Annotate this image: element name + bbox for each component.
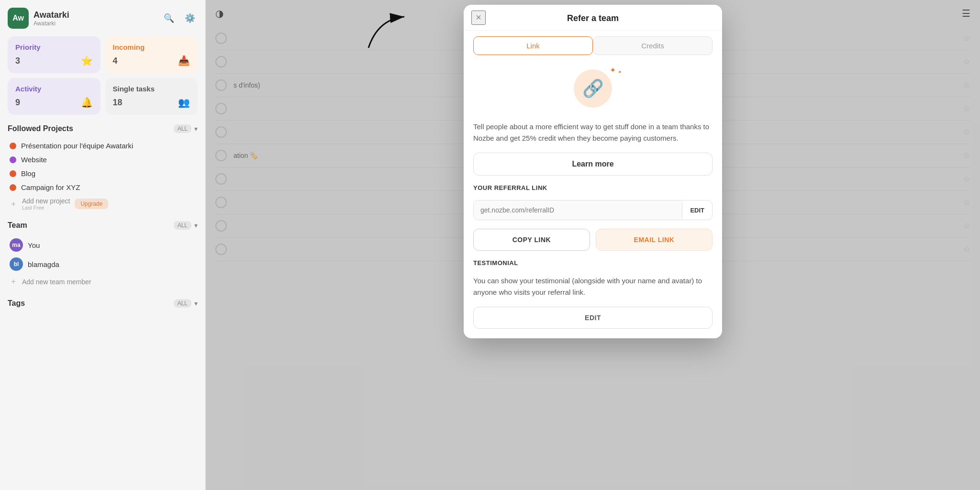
team-header: Team ALL ▾ [8, 221, 198, 230]
followed-all-badge[interactable]: ALL [174, 124, 191, 133]
priority-count: 3 [15, 56, 20, 66]
priority-card[interactable]: Priority 3 ⭐ [8, 36, 100, 73]
link-circle: 🔗 ✦ ✦ [574, 69, 612, 108]
referral-icon-area: 🔗 ✦ ✦ [473, 65, 713, 112]
project-dot [10, 156, 16, 163]
modal-header: × Refer a team [464, 5, 722, 31]
add-project-item[interactable]: ＋ Add new project Last Free Upgrade [8, 196, 198, 212]
testimonial-description: You can show your testimonial (alongside… [473, 275, 713, 298]
team-member-blamagda-name: blamagda [28, 260, 59, 268]
logo-icon: Aw [8, 8, 29, 29]
sidebar-header: Aw Awatarki Awatarki 🔍 ⚙️ [8, 8, 198, 29]
tab-credits[interactable]: Credits [593, 36, 713, 55]
modal-title: Refer a team [567, 13, 619, 23]
referral-link-input[interactable] [474, 200, 682, 220]
followed-chevron-icon[interactable]: ▾ [194, 125, 198, 133]
referral-description: Tell people about a more efficient way t… [473, 121, 713, 144]
followed-projects-title: Followed Projects [8, 124, 73, 133]
add-project-icon: ＋ [10, 199, 17, 209]
incoming-count: 4 [113, 56, 118, 66]
tags-all-badge[interactable]: ALL [174, 299, 191, 308]
settings-icon[interactable]: ⚙️ [182, 11, 198, 26]
single-tasks-icon: 👥 [178, 97, 190, 108]
project-dot [10, 143, 16, 149]
team-title: Team [8, 221, 27, 230]
team-all-badge[interactable]: ALL [174, 221, 191, 230]
tab-link[interactable]: Link [473, 36, 593, 55]
app-name: Awatarki [33, 10, 69, 20]
activity-card[interactable]: Activity 9 🔔 [8, 78, 100, 115]
project-item[interactable]: Présentation pour l'équipe Awatarki [8, 141, 198, 151]
link-icon: 🔗 [582, 78, 604, 99]
overlay-backdrop: × Refer a team Link Credits 🔗 ✦ ✦ Tell p… [206, 0, 980, 490]
modal-close-button[interactable]: × [471, 11, 486, 25]
followed-projects-header: Followed Projects ALL ▾ [8, 124, 198, 133]
incoming-icon: 📥 [178, 55, 190, 67]
team-chevron-icon[interactable]: ▾ [194, 222, 198, 229]
testimonial-section: TESTIMONIAL [473, 259, 713, 267]
add-team-member-label: Add new team member [22, 278, 91, 286]
project-item[interactable]: Blog [8, 168, 198, 178]
modal-body: 🔗 ✦ ✦ Tell people about a more efficient… [464, 55, 722, 338]
referral-link-label: YOUR REFERRAL LINK [473, 184, 713, 191]
priority-icon: ⭐ [81, 55, 93, 67]
activity-label: Activity [15, 85, 93, 93]
app-sub: Awatarki [33, 20, 69, 27]
team-member-blamagda[interactable]: bl blamagda [8, 256, 198, 272]
add-team-member-item[interactable]: ＋ Add new team member [8, 276, 198, 288]
incoming-card[interactable]: Incoming 4 📥 [105, 36, 198, 73]
project-item[interactable]: Website [8, 155, 198, 165]
single-tasks-label: Single tasks [113, 85, 190, 93]
team-member-you-name: You [28, 241, 40, 249]
sparkle-small-icon: ✦ [618, 69, 622, 75]
team-list: ma You bl blamagda ＋ Add new team member [8, 237, 198, 288]
link-actions: COPY LINK EMAIL LINK [473, 229, 713, 251]
copy-link-button[interactable]: COPY LINK [473, 229, 590, 251]
activity-count: 9 [15, 98, 20, 108]
stats-grid: Priority 3 ⭐ Incoming 4 📥 Activity 9 🔔 S… [8, 36, 198, 115]
add-team-member-icon: ＋ [10, 277, 17, 287]
referral-link-row: EDIT [473, 200, 713, 220]
avatar-blamagda: bl [10, 257, 23, 271]
email-link-button[interactable]: EMAIL LINK [596, 229, 713, 251]
edit-testimonial-button[interactable]: EDIT [473, 307, 713, 329]
sidebar: Aw Awatarki Awatarki 🔍 ⚙️ Priority 3 ⭐ I… [0, 0, 206, 490]
tags-chevron-icon[interactable]: ▾ [194, 300, 198, 307]
sparkle-icon: ✦ [610, 66, 616, 75]
last-free-label: Last Free [22, 205, 70, 211]
sidebar-icons: 🔍 ⚙️ [161, 11, 198, 26]
edit-link-button[interactable]: EDIT [682, 202, 712, 219]
tags-section: Tags ALL ▾ [8, 295, 198, 308]
activity-icon: 🔔 [81, 97, 93, 108]
priority-label: Priority [15, 43, 93, 51]
search-icon[interactable]: 🔍 [161, 11, 177, 26]
project-dot [10, 170, 16, 177]
incoming-label: Incoming [113, 43, 190, 51]
project-list: Présentation pour l'équipe Awatarki Webs… [8, 141, 198, 212]
single-tasks-card[interactable]: Single tasks 18 👥 [105, 78, 198, 115]
team-member-you[interactable]: ma You [8, 237, 198, 253]
add-project-label: Add new project [22, 197, 70, 205]
project-dot [10, 184, 16, 191]
tags-header: Tags ALL ▾ [8, 299, 198, 308]
testimonial-label: TESTIMONIAL [473, 259, 713, 267]
main-content: ◑ ☰ ☆ ☆ s d'infos) ☆ ☆ ☆ [206, 0, 980, 490]
single-tasks-count: 18 [113, 98, 122, 108]
modal-tabs: Link Credits [464, 31, 722, 55]
referral-link-section: YOUR REFERRAL LINK [473, 184, 713, 191]
tags-title: Tags [8, 299, 25, 308]
project-item[interactable]: Campaign for XYZ [8, 182, 198, 192]
avatar-you: ma [10, 238, 23, 252]
upgrade-button[interactable]: Upgrade [75, 199, 108, 209]
learn-more-button[interactable]: Learn more [473, 153, 713, 176]
app-logo: Aw Awatarki Awatarki [8, 8, 69, 29]
modal-refer-team: × Refer a team Link Credits 🔗 ✦ ✦ Tell p… [464, 5, 722, 338]
